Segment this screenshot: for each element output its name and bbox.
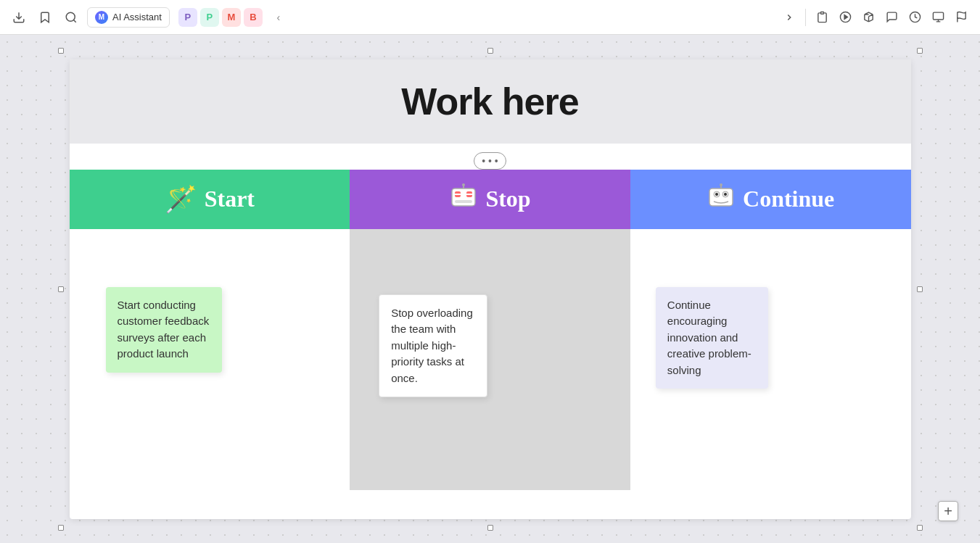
play-icon[interactable] <box>835 7 855 28</box>
app-icon-b[interactable]: B <box>244 8 263 27</box>
download-icon[interactable] <box>9 7 29 28</box>
canvas-area: Work here • • • 🪄 Start <box>0 35 980 543</box>
bookmark-icon[interactable] <box>35 7 55 28</box>
ai-icon: M <box>95 11 108 24</box>
column-body-stop: Stop overloading the team with multiple … <box>350 229 630 490</box>
columns-body: Start conducting customer feedback surve… <box>70 229 911 490</box>
svg-rect-6 <box>452 188 475 206</box>
stop-label: Stop <box>485 186 530 212</box>
svg-marker-3 <box>844 15 847 20</box>
handle-tr[interactable] <box>917 48 923 54</box>
svg-point-0 <box>66 12 75 21</box>
note-continue[interactable]: Continue encouraging innovation and crea… <box>656 287 768 389</box>
svg-point-17 <box>715 193 718 196</box>
board-title-area: Work here <box>70 59 911 144</box>
search-icon[interactable] <box>61 7 81 28</box>
more-options-row: • • • <box>70 144 911 170</box>
ai-assistant-button[interactable]: M AI Assistant <box>87 7 170 28</box>
handle-ml[interactable] <box>58 286 64 292</box>
stop-emoji <box>449 183 478 215</box>
handle-tl[interactable] <box>58 48 64 54</box>
svg-rect-5 <box>933 12 943 20</box>
app-icon-m[interactable]: M <box>222 8 241 27</box>
canvas-plus-button[interactable]: + <box>938 501 958 521</box>
more-options-label: • • • <box>482 155 498 167</box>
note-start[interactable]: Start conducting customer feedback surve… <box>106 287 222 373</box>
nav-forward-icon[interactable] <box>779 7 799 28</box>
continue-label: Continue <box>743 186 834 212</box>
board-frame: Work here • • • 🪄 Start <box>70 59 911 519</box>
continue-emoji <box>707 183 736 216</box>
collapse-icon[interactable]: ‹ <box>268 7 289 28</box>
clipboard-icon[interactable] <box>812 7 832 28</box>
column-header-stop: Stop <box>350 170 630 229</box>
svg-point-13 <box>462 183 465 186</box>
note-stop[interactable]: Stop overloading the team with multiple … <box>379 294 487 398</box>
handle-tc[interactable] <box>487 48 493 54</box>
columns-wrapper: 🪄 Start <box>70 170 911 519</box>
column-body-continue: Continue encouraging innovation and crea… <box>630 229 911 490</box>
column-body-start: Start conducting customer feedback surve… <box>70 229 350 490</box>
timer-icon[interactable] <box>905 7 925 28</box>
chart-icon[interactable] <box>928 7 948 28</box>
column-header-continue: Continue <box>630 170 911 229</box>
board-container: Work here • • • 🪄 Start <box>70 59 911 519</box>
toolbar: M AI Assistant P P M B ‹ <box>0 0 980 35</box>
svg-rect-11 <box>455 200 472 203</box>
column-header-start: 🪄 Start <box>70 170 350 229</box>
confetti-icon[interactable] <box>858 7 878 28</box>
note-stop-text: Stop overloading the team with multiple … <box>391 307 473 384</box>
board-title: Work here <box>99 80 882 123</box>
more-options-button[interactable]: • • • <box>474 152 506 170</box>
start-emoji: 🪄 <box>165 186 197 212</box>
note-start-text: Start conducting customer feedback surve… <box>118 299 210 360</box>
plus-icon: + <box>944 503 952 520</box>
handle-br[interactable] <box>917 525 923 531</box>
app-icon-p[interactable]: P <box>178 8 197 27</box>
handle-bc[interactable] <box>487 525 493 531</box>
chat-icon[interactable] <box>881 7 902 28</box>
svg-rect-1 <box>820 12 823 14</box>
app-icon-c[interactable]: P <box>200 8 219 27</box>
right-toolbar <box>779 7 971 28</box>
note-continue-text: Continue encouraging innovation and crea… <box>667 299 752 376</box>
start-label: Start <box>205 186 255 212</box>
columns-header: 🪄 Start <box>70 170 911 229</box>
app-icons: P P M B <box>178 8 263 27</box>
handle-mr[interactable] <box>917 286 923 292</box>
ai-assistant-label: AI Assistant <box>112 12 162 22</box>
handle-bl[interactable] <box>58 525 64 531</box>
svg-point-20 <box>720 183 722 186</box>
flag-icon[interactable] <box>951 7 971 28</box>
svg-point-18 <box>724 193 727 196</box>
